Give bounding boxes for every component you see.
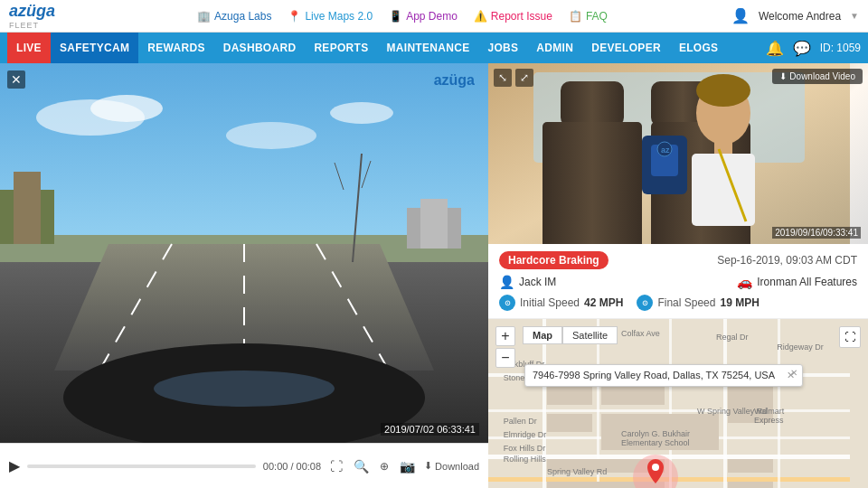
svg-point-19 xyxy=(154,371,335,407)
map-label-walmart: WalmartExpress xyxy=(754,407,784,425)
camera-image: az xyxy=(488,63,868,244)
interior-camera-feed: az ⤡ ⤢ ⬇ Download Video 2019/09/16/09:33… xyxy=(488,63,868,244)
logo: azüga FLEET xyxy=(9,2,55,30)
video-container: ONLY ✕ azüga xyxy=(0,63,488,443)
nav-item-rewards[interactable]: REWARDS xyxy=(138,33,213,63)
zoom-in-button[interactable]: ⊕ xyxy=(378,458,391,474)
time-display: 00:00 / 00:08 xyxy=(263,461,321,472)
top-right: 👤 Welcome Andrea ▼ xyxy=(731,7,859,24)
top-link-app-demo[interactable]: 📱 App Demo xyxy=(389,10,458,23)
play-button[interactable]: ▶ xyxy=(9,457,20,474)
azuga-labs-label: Azuga Labs xyxy=(214,10,271,23)
download-button[interactable]: ⬇ Download xyxy=(424,460,479,472)
download-video-button[interactable]: ⬇ Download Video xyxy=(772,69,863,84)
map-fullscreen-button[interactable]: ⛶ xyxy=(839,326,861,348)
road-scene: ONLY xyxy=(0,63,488,443)
map-type-toggle: Map Satellite xyxy=(523,326,618,344)
initial-speed-icon: ⊙ xyxy=(499,295,515,311)
nav-item-admin[interactable]: ADMIN xyxy=(527,33,582,63)
speed-info: ⊙ Initial Speed 42 MPH ⊙ Final Speed 19 … xyxy=(499,295,857,311)
nav-item-reports[interactable]: REPORTS xyxy=(305,33,377,63)
nav-item-safetycam[interactable]: SAFETYCAM xyxy=(51,33,138,63)
zoom-out-button[interactable]: 🔍 xyxy=(352,457,371,475)
svg-text:az: az xyxy=(661,145,670,155)
map-type-satellite-button[interactable]: Satellite xyxy=(562,326,618,344)
final-speed-icon: ⊙ xyxy=(637,295,653,311)
final-speed-value: 19 MPH xyxy=(720,296,759,309)
svg-text:Spring Valley Rd: Spring Valley Rd xyxy=(547,467,607,476)
main-content: ONLY ✕ azüga xyxy=(0,63,868,488)
car-icon: 🚗 xyxy=(737,275,752,289)
map-label-pallen: Pallen Dr xyxy=(504,417,537,426)
screenshot-button[interactable]: 📷 xyxy=(398,457,417,475)
map-type-map-button[interactable]: Map xyxy=(523,326,562,344)
top-link-live-maps[interactable]: 📍 Live Maps 2.0 xyxy=(288,10,373,23)
progress-bar[interactable] xyxy=(27,465,256,468)
event-date: Sep-16-2019, 09:03 AM CDT xyxy=(717,254,857,267)
chat-icon[interactable]: 💬 xyxy=(793,40,811,57)
event-details: 👤 Jack IM 🚗 Ironman All Features xyxy=(499,275,857,289)
cam-compress-button[interactable]: ⤢ xyxy=(515,69,533,87)
welcome-text[interactable]: Welcome Andrea xyxy=(759,10,841,23)
zoom-out-map-button[interactable]: − xyxy=(495,348,515,368)
vehicle-name: Ironman All Features xyxy=(757,276,857,288)
nav-item-developer[interactable]: DEVELOPER xyxy=(582,33,670,63)
final-speed-item: ⊙ Final Speed 19 MPH xyxy=(637,295,759,311)
cam-expand-controls: ⤡ ⤢ xyxy=(494,69,533,87)
nav-item-live[interactable]: LIVE xyxy=(7,33,51,63)
road-svg: ONLY xyxy=(0,63,488,443)
nav-item-jobs[interactable]: JOBS xyxy=(478,33,527,63)
top-link-report-issue[interactable]: ⚠️ Report Issue xyxy=(474,10,552,23)
user-icon: 👤 xyxy=(731,7,750,24)
nav-right: 🔔 💬 ID: 1059 xyxy=(766,40,861,57)
vehicle-info: 🚗 Ironman All Features xyxy=(737,275,857,289)
cam-expand-button[interactable]: ⤡ xyxy=(494,69,512,87)
cam-timestamp: 2019/09/16/09:33:41 xyxy=(772,227,861,239)
location-close-button[interactable]: ✕ xyxy=(787,370,795,380)
svg-rect-17 xyxy=(420,199,448,249)
svg-point-27 xyxy=(696,74,750,107)
map-zoom-controls: + − xyxy=(495,326,515,368)
video-close-button[interactable]: ✕ xyxy=(7,70,25,89)
app-demo-label: App Demo xyxy=(406,10,458,23)
map-label-colfax: Colfax Ave xyxy=(621,329,660,338)
faq-label: FAQ xyxy=(586,10,608,23)
top-link-faq[interactable]: 📋 FAQ xyxy=(569,10,608,23)
interior-svg: az xyxy=(488,63,868,244)
top-bar: azüga FLEET 🏢 Azuga Labs 📍 Live Maps 2.0… xyxy=(0,0,868,33)
phone-icon: 📱 xyxy=(389,10,402,23)
fullscreen-button[interactable]: ⛶ xyxy=(328,457,344,475)
left-panel: ONLY ✕ azüga xyxy=(0,63,488,488)
event-info: Hardcore Braking Sep-16-2019, 09:03 AM C… xyxy=(488,244,868,319)
nav-item-dashboard[interactable]: DASHBOARD xyxy=(214,33,306,63)
download-label: Download xyxy=(435,461,479,472)
map-label-elmridge: Elmridge Dr xyxy=(504,430,547,439)
top-link-azuga-labs[interactable]: 🏢 Azuga Labs xyxy=(197,10,271,23)
map-view[interactable]: Spring Valley Rd Regal Dr Colfax Ave Rid… xyxy=(488,319,868,488)
download-icon: ⬇ xyxy=(424,460,432,472)
driver-name: Jack IM xyxy=(519,276,556,288)
zoom-in-map-button[interactable]: + xyxy=(495,326,515,346)
right-panel: az ⤡ ⤢ ⬇ Download Video 2019/09/16/09:33… xyxy=(488,63,868,488)
logo-fleet: FLEET xyxy=(9,21,39,30)
svg-rect-57 xyxy=(728,459,773,473)
map-label-foxhills: Fox Hills Dr xyxy=(504,444,546,453)
download-video-label: Download Video xyxy=(789,71,855,81)
map-fullscreen-control: ⛶ xyxy=(839,326,861,348)
svg-rect-24 xyxy=(542,122,642,244)
initial-speed-value: 42 MPH xyxy=(584,296,623,309)
svg-rect-28 xyxy=(714,140,732,154)
svg-point-63 xyxy=(652,464,659,471)
top-links: 🏢 Azuga Labs 📍 Live Maps 2.0 📱 App Demo … xyxy=(73,10,731,23)
bell-icon[interactable]: 🔔 xyxy=(766,40,784,57)
map-container: Spring Valley Rd Regal Dr Colfax Ave Rid… xyxy=(488,319,868,488)
map-label-school: Carolyn G. BukhairElementary School xyxy=(621,429,690,447)
nav-item-maintenance[interactable]: MAINTENANCE xyxy=(378,33,479,63)
svg-point-3 xyxy=(226,122,316,149)
svg-rect-53 xyxy=(547,414,592,432)
nav-item-elogs[interactable]: ELOGS xyxy=(670,33,728,63)
map-label-ridgeway: Ridgeway Dr xyxy=(777,343,824,352)
svg-rect-22 xyxy=(561,81,624,127)
initial-speed-item: ⊙ Initial Speed 42 MPH xyxy=(499,295,623,311)
video-watermark: azüga xyxy=(434,72,475,89)
